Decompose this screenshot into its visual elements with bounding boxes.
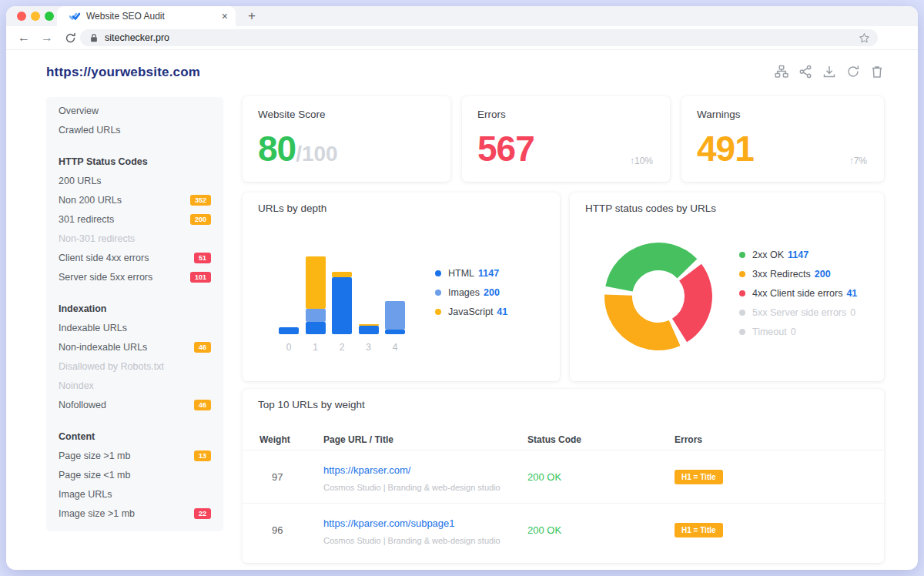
legend-item-images[interactable]: Images200 (435, 283, 507, 302)
legend-label: Images (448, 287, 480, 298)
bar-segment-html (306, 322, 326, 334)
legend-item-2xx-ok[interactable]: 2xx OK1147 (739, 245, 857, 264)
bar-axis-label: 2 (332, 342, 352, 353)
sidebar-item-indexable-urls[interactable]: Indexable URLs (59, 318, 211, 337)
bar-depth-1 (306, 256, 326, 334)
stat-label: Warnings (697, 109, 741, 120)
stat-delta: ↑7% (849, 156, 867, 166)
sidebar-item-image-size-1-mb[interactable]: Image size >1 mb22 (59, 504, 211, 523)
bar-segment-html (279, 327, 299, 334)
legend-item-3xx-redirects[interactable]: 3xx Redirects200 (739, 264, 857, 283)
legend-dot-icon (435, 309, 441, 315)
browser-tab[interactable]: Website SEO Audit × (57, 6, 236, 26)
zoom-window-button[interactable] (45, 12, 54, 21)
sidebar-item-non-200-urls[interactable]: Non 200 URLs352 (59, 190, 211, 209)
tab-strip: Website SEO Audit × + (6, 6, 918, 26)
close-window-button[interactable] (17, 12, 26, 21)
back-button[interactable]: ← (15, 29, 32, 46)
bar-legend: HTML1147Images200JavaScript41 (435, 263, 507, 321)
table-row: 97https://kparser.com/Cosmos Studio | Br… (243, 450, 884, 503)
new-tab-button[interactable]: + (243, 8, 260, 25)
sidebar-item-label: Nofollowed (59, 400, 106, 410)
minimize-window-button[interactable] (31, 12, 40, 21)
top-urls-table-card: Top 10 URLs by weight WeightPage URL / T… (243, 389, 884, 563)
errors-card: Errors 567 ↑10% (462, 96, 670, 182)
bar-segment-images (385, 301, 405, 330)
bar-segment-javascript (306, 256, 326, 309)
sidebar-item-label: Non 200 URLs (59, 195, 122, 206)
bar-depth-0 (279, 256, 299, 334)
sidebar-item-non-301-redirects[interactable]: Non-301 redirects (59, 229, 211, 248)
legend-item-html[interactable]: HTML1147 (435, 263, 507, 283)
status-code-cell: 200 OK (527, 524, 561, 536)
count-badge: 200 (190, 214, 211, 225)
share-icon[interactable] (798, 65, 812, 79)
sidebar-item-label: Non-301 redirects (59, 233, 135, 244)
reload-icon (65, 32, 76, 44)
legend-label: 5xx Server side errors (752, 307, 846, 318)
errors-cell: H1 = Title (675, 523, 723, 537)
sidebar-item-label: Overview (59, 105, 99, 116)
stat-suffix: /100 (296, 142, 338, 166)
sidebar-section-title: Content (59, 427, 211, 446)
sitemap-icon[interactable] (775, 65, 788, 79)
page-title: Cosmos Studio | Branding & web-design st… (323, 483, 500, 492)
sidebar-item-page-size-1-mb[interactable]: Page size >1 mb13 (59, 446, 211, 465)
donut-legend: 2xx OK11473xx Redirects2004xx Client sid… (739, 245, 857, 341)
sidebar-item-image-urls[interactable]: Image URLs (59, 484, 211, 504)
sidebar-item-label: 200 URLs (59, 176, 102, 186)
browser-toolbar: ← → sitechecker.pro (6, 26, 918, 50)
sidebar-item-server-side-5xx-errors[interactable]: Server side 5xx errors101 (59, 267, 211, 286)
sidebar-item-client-side-4xx-errors[interactable]: Client side 4xx errors51 (59, 248, 211, 267)
sidebar-item-disallowed-by-robots-txt[interactable]: Disallowed by Robots.txt (59, 357, 211, 376)
forward-button[interactable]: → (38, 29, 55, 46)
bar-axis-label: 3 (359, 342, 379, 353)
error-badge[interactable]: H1 = Title (675, 523, 723, 537)
donut-chart (597, 235, 720, 358)
donut-slice-4xx-client-side-errors (680, 273, 698, 330)
legend-value: 41 (497, 306, 507, 317)
bar-axis-label: 0 (279, 342, 299, 353)
stat-value: 80/100 (258, 129, 338, 174)
legend-dot-icon (739, 271, 745, 277)
column-header-weight: Weight (259, 434, 290, 445)
sidebar-item-non-indexable-urls[interactable]: Non-indexable URLs46 (59, 337, 211, 357)
sidebar-item-crawled-urls[interactable]: Crawled URLs (59, 120, 211, 139)
page-url-link[interactable]: https://kparser.com/ (323, 464, 410, 476)
sidebar-item-label: Disallowed by Robots.txt (59, 361, 164, 372)
bar-depth-2 (332, 256, 352, 334)
sidebar-item-nofollowed[interactable]: Nofollowed46 (59, 395, 211, 414)
sidebar-item-200-urls[interactable]: 200 URLs (59, 171, 211, 190)
stat-label: Errors (477, 109, 506, 120)
sidebar-item-label: Server side 5xx errors (59, 272, 152, 283)
count-badge: 46 (194, 400, 211, 410)
sidebar-item-301-redirects[interactable]: 301 redirects200 (59, 209, 211, 229)
sidebar-item-page-size-1-mb[interactable]: Page size <1 mb (59, 465, 211, 484)
sidebar-item-overview[interactable]: Overview (59, 101, 211, 120)
audited-site-url[interactable]: https://yourwebsite.com (46, 65, 200, 80)
legend-item-4xx-client-side-errors[interactable]: 4xx Client side errors41 (739, 283, 857, 303)
legend-item-timeout[interactable]: Timeout0 (739, 322, 857, 341)
trash-icon[interactable] (870, 65, 884, 79)
legend-dot-icon (739, 252, 745, 258)
close-tab-icon[interactable]: × (222, 11, 228, 22)
refresh-icon[interactable] (846, 65, 860, 79)
chart-title: URLs by depth (258, 203, 326, 214)
bookmark-star-icon[interactable] (859, 32, 870, 44)
error-badge[interactable]: H1 = Title (675, 470, 723, 484)
sidebar-item-label: Image URLs (59, 489, 112, 500)
weight-cell: 97 (272, 471, 283, 483)
bar-depth-3 (359, 256, 379, 334)
sidebar-item-noindex[interactable]: Noindex (59, 376, 211, 395)
legend-item-javascript[interactable]: JavaScript41 (435, 302, 507, 321)
reload-button[interactable] (62, 32, 79, 49)
download-icon[interactable] (822, 65, 836, 79)
address-bar-url: sitechecker.pro (105, 32, 859, 43)
sidebar-group: OverviewCrawled URLs (59, 101, 211, 139)
sidebar-item-label: Client side 4xx errors (59, 253, 149, 263)
weight-cell: 96 (272, 524, 283, 536)
bar-segment-javascript (359, 324, 379, 326)
page-url-link[interactable]: https://kparser.com/subpage1 (323, 517, 455, 529)
legend-item-5xx-server-side-errors[interactable]: 5xx Server side errors0 (739, 303, 857, 322)
address-bar[interactable]: sitechecker.pro (80, 29, 878, 46)
